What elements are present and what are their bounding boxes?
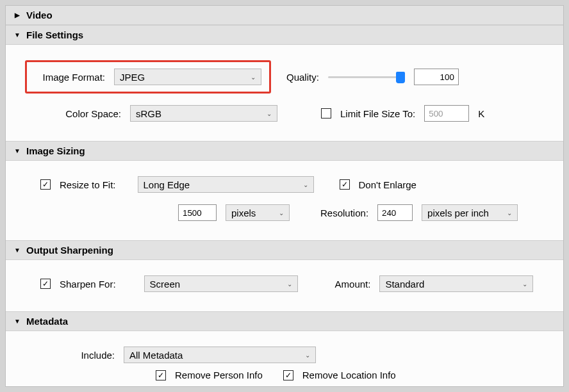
limit-file-size-unit: K bbox=[478, 108, 484, 119]
image-format-value: JPEG bbox=[120, 72, 145, 83]
chevron-down-icon: ▼ bbox=[13, 147, 21, 154]
section-header-output-sharpening[interactable]: ▼ Output Sharpening bbox=[6, 240, 563, 260]
chevron-down-icon: ⌄ bbox=[305, 352, 310, 359]
chevron-down-icon: ⌄ bbox=[287, 281, 292, 288]
remove-location-info-label: Remove Location Info bbox=[302, 370, 396, 380]
chevron-down-icon: ⌄ bbox=[251, 74, 256, 81]
amount-select[interactable]: Standard ⌄ bbox=[379, 275, 533, 292]
dont-enlarge-label: Don't Enlarge bbox=[359, 179, 416, 190]
amount-label: Amount: bbox=[335, 279, 371, 290]
color-space-label: Color Space: bbox=[19, 108, 121, 119]
chevron-down-icon: ⌄ bbox=[267, 110, 272, 117]
include-select[interactable]: All Metadata ⌄ bbox=[124, 347, 316, 363]
amount-value: Standard bbox=[385, 279, 424, 290]
section-header-video[interactable]: ▶ Video bbox=[6, 6, 563, 25]
resize-to-fit-value: Long Edge bbox=[144, 179, 190, 190]
resize-to-fit-label: Resize to Fit: bbox=[60, 179, 116, 190]
image-format-label: Image Format: bbox=[35, 72, 105, 83]
color-space-select[interactable]: sRGB ⌄ bbox=[130, 105, 277, 122]
section-title: Video bbox=[26, 10, 53, 20]
quality-input[interactable] bbox=[414, 69, 459, 85]
sharpen-for-label: Sharpen For: bbox=[60, 279, 116, 290]
include-value: All Metadata bbox=[129, 350, 183, 361]
resize-to-fit-checkbox[interactable]: ✓ bbox=[40, 179, 51, 190]
section-header-metadata[interactable]: ▼ Metadata bbox=[6, 311, 563, 331]
remove-person-info-label: Remove Person Info bbox=[175, 370, 263, 380]
sharpen-for-checkbox[interactable]: ✓ bbox=[40, 279, 51, 289]
chevron-down-icon: ▼ bbox=[13, 31, 21, 38]
size-unit-value: pixels bbox=[231, 208, 256, 218]
chevron-down-icon: ▼ bbox=[13, 318, 21, 325]
chevron-down-icon: ▼ bbox=[13, 247, 21, 254]
sharpen-for-value: Screen bbox=[150, 279, 181, 290]
section-body-output-sharpening: ✓ Sharpen For: Screen ⌄ Amount: Standard… bbox=[6, 260, 563, 311]
section-title: Image Sizing bbox=[26, 145, 85, 156]
include-label: Include: bbox=[19, 350, 115, 361]
color-space-value: sRGB bbox=[136, 108, 161, 119]
chevron-right-icon: ▶ bbox=[13, 12, 21, 19]
section-title: Output Sharpening bbox=[26, 245, 113, 256]
section-title: File Settings bbox=[26, 29, 83, 40]
image-format-select[interactable]: JPEG ⌄ bbox=[114, 69, 261, 85]
chevron-down-icon: ⌄ bbox=[303, 181, 308, 188]
chevron-down-icon: ⌄ bbox=[507, 209, 512, 216]
section-body-image-sizing: ✓ Resize to Fit: Long Edge ⌄ ✓ Don't Enl… bbox=[6, 161, 563, 240]
chevron-down-icon: ⌄ bbox=[279, 209, 284, 216]
chevron-down-icon: ⌄ bbox=[522, 281, 527, 288]
limit-file-size-input[interactable] bbox=[424, 105, 469, 122]
remove-location-info-checkbox[interactable]: ✓ bbox=[283, 370, 293, 380]
image-format-highlight: Image Format: JPEG ⌄ bbox=[25, 60, 271, 94]
quality-slider[interactable] bbox=[328, 70, 405, 83]
resolution-input[interactable] bbox=[377, 204, 413, 221]
section-header-file-settings[interactable]: ▼ File Settings bbox=[6, 25, 563, 45]
dont-enlarge-checkbox[interactable]: ✓ bbox=[340, 179, 350, 190]
resolution-unit-select[interactable]: pixels per inch ⌄ bbox=[422, 204, 518, 221]
size-unit-select[interactable]: pixels ⌄ bbox=[226, 204, 290, 221]
export-panel: ▶ Video ▼ File Settings Image Format: JP… bbox=[5, 5, 564, 387]
section-body-metadata: Include: All Metadata ⌄ ✓ Remove Person … bbox=[6, 331, 563, 387]
section-title: Metadata bbox=[26, 316, 68, 327]
size-input[interactable] bbox=[178, 204, 217, 221]
section-body-file-settings: Image Format: JPEG ⌄ Quality: Color Spac… bbox=[6, 45, 563, 141]
limit-file-size-checkbox[interactable]: ✓ bbox=[321, 108, 331, 118]
sharpen-for-select[interactable]: Screen ⌄ bbox=[144, 275, 298, 292]
resolution-label: Resolution: bbox=[320, 208, 368, 218]
section-header-image-sizing[interactable]: ▼ Image Sizing bbox=[6, 141, 563, 161]
resolution-unit-value: pixels per inch bbox=[427, 208, 489, 218]
limit-file-size-label: Limit File Size To: bbox=[340, 108, 415, 119]
quality-label: Quality: bbox=[286, 72, 319, 83]
remove-person-info-checkbox[interactable]: ✓ bbox=[156, 370, 166, 380]
resize-to-fit-select[interactable]: Long Edge ⌄ bbox=[138, 176, 314, 193]
